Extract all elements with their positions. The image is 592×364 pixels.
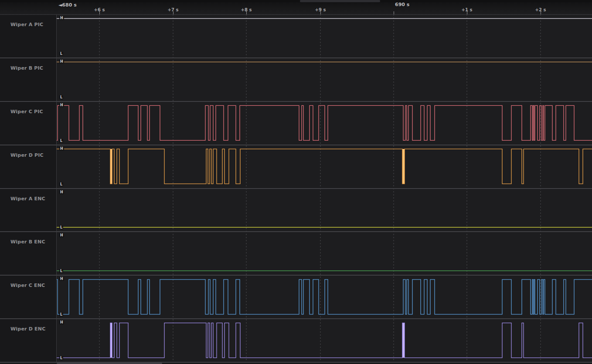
- top-scrollbar-track[interactable]: [0, 0, 592, 2]
- low-level-marker: L: [59, 313, 63, 317]
- row-separator: [0, 145, 592, 145]
- row-separator: [0, 318, 592, 319]
- burst-wiper-d-pic: [402, 149, 405, 184]
- high-level-marker: H: [59, 277, 64, 281]
- high-level-marker: H: [59, 190, 64, 194]
- time-tick-mark: [173, 11, 174, 14]
- high-level-marker: H: [59, 320, 64, 324]
- sidebar-divider: [56, 0, 57, 364]
- high-level-marker: H: [59, 16, 64, 20]
- time-tick-mark: [467, 11, 467, 14]
- channel-label-wiper-b-enc[interactable]: Wiper B ENC: [10, 239, 45, 245]
- low-level-marker: L: [59, 52, 63, 56]
- channel-label-wiper-d-enc[interactable]: Wiper D ENC: [10, 326, 45, 332]
- low-level-marker: L: [59, 226, 63, 229]
- low-level-marker: L: [59, 269, 63, 273]
- channel-sidebar: [0, 0, 56, 364]
- time-tick-mark: [246, 11, 247, 14]
- channel-label-wiper-c-enc[interactable]: Wiper C ENC: [10, 283, 45, 288]
- low-level-marker: L: [59, 95, 63, 99]
- row-separator: [0, 101, 592, 102]
- time-tick-mark: [541, 11, 541, 14]
- waveform-wiper-c-pic: [57, 105, 592, 140]
- burst-wiper-d-enc: [402, 323, 405, 358]
- high-level-marker: H: [59, 60, 64, 64]
- row-separator: [0, 57, 592, 58]
- time-tick-label: 690 s: [395, 2, 409, 7]
- waveform-viewer: ◄680 s+6 s+7 s+8 s+9 s690 s+1 s+2 s Wipe…: [0, 0, 592, 364]
- low-level-marker: L: [59, 182, 63, 186]
- row-separator: [0, 231, 592, 232]
- low-level-marker: L: [59, 139, 63, 143]
- channel-label-wiper-a-enc[interactable]: Wiper A ENC: [10, 196, 45, 202]
- waveform-canvas[interactable]: [0, 0, 592, 364]
- waveform-wiper-c-enc: [57, 280, 592, 314]
- channel-label-wiper-c-pic[interactable]: Wiper C PIC: [10, 109, 43, 115]
- waveform-wiper-d-pic: [57, 149, 592, 184]
- top-scrollbar-thumb[interactable]: [300, 0, 380, 2]
- time-tick-label: ◄680 s: [58, 2, 77, 8]
- low-level-marker: L: [59, 356, 63, 360]
- high-level-marker: H: [59, 103, 64, 107]
- row-separator: [0, 188, 592, 189]
- time-tick-mark: [394, 11, 394, 14]
- high-level-marker: H: [59, 233, 64, 237]
- channel-label-wiper-d-pic[interactable]: Wiper D PIC: [10, 152, 44, 158]
- time-ruler[interactable]: ◄680 s+6 s+7 s+8 s+9 s690 s+1 s+2 s: [0, 0, 592, 15]
- time-tick-mark: [320, 11, 321, 14]
- waveform-wiper-d-enc: [57, 323, 592, 358]
- time-tick-mark: [99, 11, 100, 14]
- row-separator: [0, 275, 592, 276]
- channel-label-wiper-a-pic[interactable]: Wiper A PIC: [10, 22, 43, 27]
- high-level-marker: H: [59, 147, 64, 151]
- channel-label-wiper-b-pic[interactable]: Wiper B PIC: [10, 65, 43, 71]
